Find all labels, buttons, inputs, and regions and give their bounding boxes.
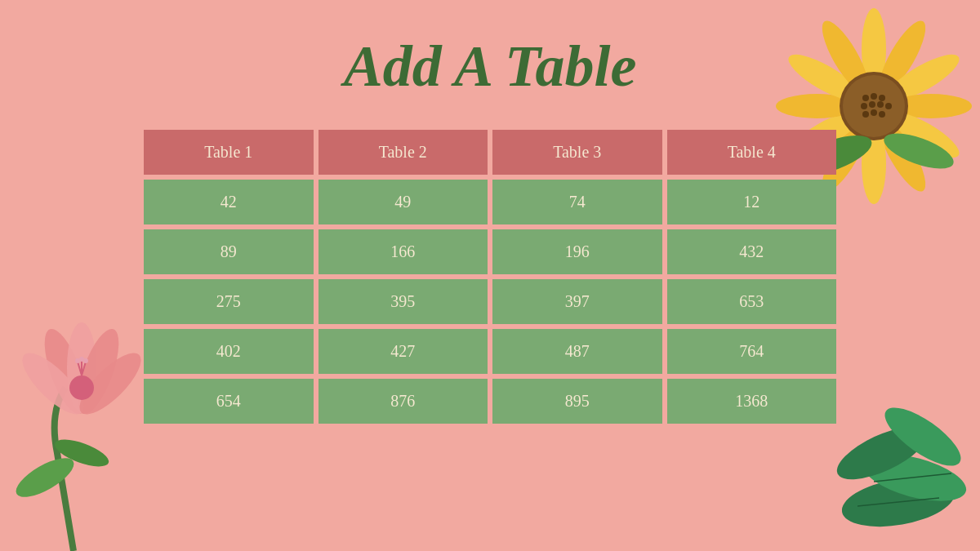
cell-r5-c3: 895 <box>492 379 662 424</box>
cell-r5-c4: 1368 <box>667 379 837 424</box>
cell-r3-c4: 653 <box>667 279 837 324</box>
data-table: Table 1 Table 2 Table 3 Table 4 42497412… <box>139 125 841 429</box>
table-row: 275395397653 <box>144 279 836 324</box>
col-header-1: Table 1 <box>144 130 314 175</box>
page-title: Add A Table <box>0 0 980 100</box>
col-header-2: Table 2 <box>318 130 488 175</box>
cell-r4-c1: 402 <box>144 329 314 374</box>
svg-point-37 <box>879 111 885 118</box>
cell-r5-c2: 876 <box>318 379 488 424</box>
table-row: 6548768951368 <box>144 379 836 424</box>
table-header: Table 1 Table 2 Table 3 Table 4 <box>144 130 836 175</box>
svg-point-36 <box>871 109 877 116</box>
svg-point-7 <box>69 375 94 400</box>
cell-r4-c3: 487 <box>492 329 662 374</box>
cell-r5-c1: 654 <box>144 379 314 424</box>
cell-r1-c1: 42 <box>144 180 314 224</box>
svg-point-0 <box>11 451 79 504</box>
cell-r1-c3: 74 <box>492 180 662 224</box>
cell-r3-c3: 397 <box>492 279 662 324</box>
cell-r2-c2: 166 <box>318 229 488 274</box>
table-body: 4249741289166196432275395397653402427487… <box>144 180 836 424</box>
svg-point-13 <box>79 357 84 362</box>
col-header-4: Table 4 <box>667 130 837 175</box>
cell-r2-c4: 432 <box>667 229 837 274</box>
table-row: 42497412 <box>144 180 836 224</box>
data-table-container: Table 1 Table 2 Table 3 Table 4 42497412… <box>139 125 841 429</box>
svg-point-32 <box>869 101 875 108</box>
cell-r2-c3: 196 <box>492 229 662 274</box>
cell-r3-c1: 275 <box>144 279 314 324</box>
svg-point-35 <box>862 111 869 118</box>
cell-r1-c4: 12 <box>667 180 837 224</box>
col-header-3: Table 3 <box>492 130 662 175</box>
cell-r2-c1: 89 <box>144 229 314 274</box>
cell-r4-c4: 764 <box>667 329 837 374</box>
header-row: Table 1 Table 2 Table 3 Table 4 <box>144 130 836 175</box>
svg-point-34 <box>885 103 892 109</box>
svg-point-33 <box>877 101 884 108</box>
cell-r3-c2: 395 <box>318 279 488 324</box>
cell-r4-c2: 427 <box>318 329 488 374</box>
cell-r1-c2: 49 <box>318 180 488 224</box>
table-row: 89166196432 <box>144 229 836 274</box>
svg-point-31 <box>861 103 867 109</box>
table-row: 402427487764 <box>144 329 836 374</box>
